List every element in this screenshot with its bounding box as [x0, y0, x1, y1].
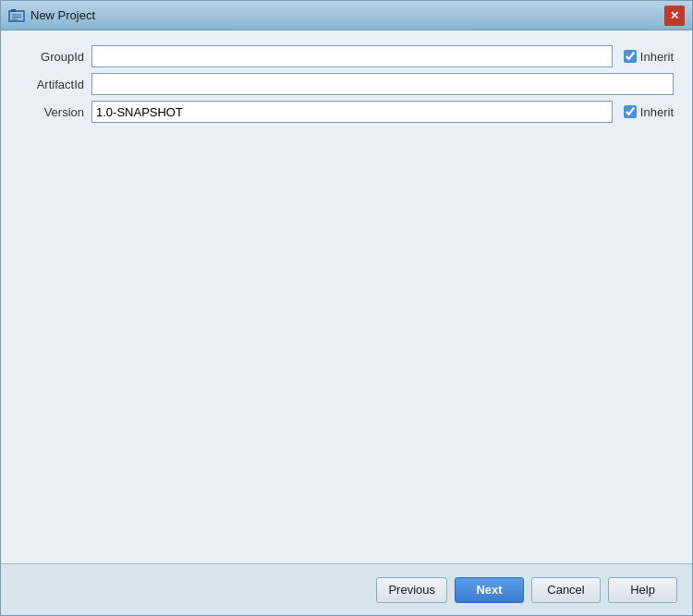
artifactid-input[interactable] [91, 73, 674, 95]
version-row: Version Inherit [19, 101, 674, 123]
previous-button[interactable]: Previous [376, 577, 447, 603]
dialog-content: GroupId Inherit ArtifactId Version Inher… [1, 30, 692, 563]
dialog-title: New Project [30, 8, 95, 22]
version-inherit-label: Inherit [640, 105, 674, 119]
app-icon [8, 7, 25, 24]
groupid-inherit-checkbox[interactable] [624, 50, 637, 63]
groupid-input[interactable] [91, 45, 613, 67]
version-inherit-check: Inherit [624, 105, 674, 119]
groupid-row: GroupId Inherit [19, 45, 674, 67]
version-label: Version [19, 105, 84, 119]
groupid-label: GroupId [19, 50, 84, 64]
svg-rect-1 [11, 9, 16, 12]
help-button[interactable]: Help [608, 577, 677, 603]
content-spacer [19, 123, 674, 549]
cancel-button[interactable]: Cancel [531, 577, 601, 603]
button-bar: Previous Next Cancel Help [1, 563, 692, 615]
close-button[interactable]: ✕ [664, 6, 685, 26]
title-bar-left: New Project [8, 7, 95, 24]
version-input[interactable] [91, 101, 613, 123]
version-inherit-checkbox[interactable] [624, 105, 637, 118]
form-area: GroupId Inherit ArtifactId Version Inher… [19, 45, 674, 123]
next-button[interactable]: Next [455, 577, 524, 603]
new-project-dialog: New Project ✕ GroupId Inherit ArtifactId [0, 0, 693, 616]
title-bar: New Project ✕ [1, 1, 692, 30]
artifactid-label: ArtifactId [19, 78, 84, 91]
groupid-inherit-check: Inherit [624, 50, 674, 64]
artifactid-row: ArtifactId [19, 73, 674, 95]
groupid-inherit-label: Inherit [640, 50, 674, 64]
